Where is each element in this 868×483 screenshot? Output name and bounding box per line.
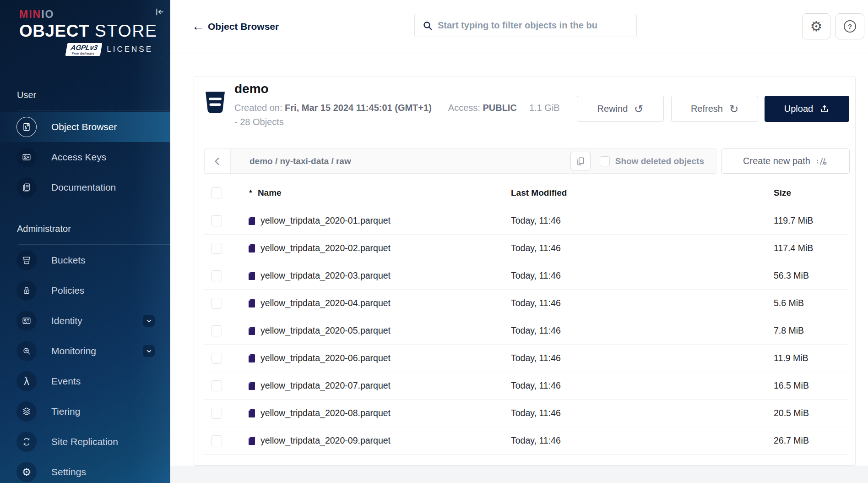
created-label: Created on: — [234, 103, 282, 113]
sidebar-item-site-replication[interactable]: Site Replication — [0, 427, 170, 457]
agpl-badge-text: AGPLv3 — [70, 44, 98, 51]
sidebar-item-access-keys[interactable]: Access Keys — [0, 142, 170, 172]
object-filter-search — [414, 14, 637, 37]
create-new-path-button[interactable]: Create new path — [722, 148, 850, 174]
object-name[interactable]: yellow_tripdata_2020-04.parquet — [260, 298, 511, 308]
column-last-modified[interactable]: Last Modified — [511, 188, 774, 198]
object-modified: Today, 11:46 — [511, 270, 774, 281]
object-name[interactable]: yellow_tripdata_2020-06.parquet — [260, 353, 511, 363]
object-name[interactable]: yellow_tripdata_2020-07.parquet — [260, 380, 511, 391]
object-size: 11.9 MiB — [774, 353, 848, 363]
section-label-user: User — [17, 90, 36, 100]
row-checkbox[interactable] — [211, 435, 222, 446]
collapse-sidebar-icon[interactable] — [155, 6, 165, 17]
chevron-left-icon — [212, 156, 222, 166]
table-row[interactable]: yellow_tripdata_2020-05.parquet Today, 1… — [204, 317, 848, 344]
object-size: 20.5 MiB — [774, 408, 848, 418]
access-label: Access: — [448, 103, 480, 113]
row-checkbox[interactable] — [211, 325, 222, 336]
table-row[interactable]: yellow_tripdata_2020-06.parquet Today, 1… — [204, 344, 848, 372]
row-checkbox[interactable] — [211, 298, 222, 309]
search-input[interactable] — [438, 20, 631, 31]
object-size: 56.3 MiB — [774, 270, 848, 281]
object-browser-icon — [16, 117, 37, 137]
row-checkbox[interactable] — [211, 380, 222, 391]
new-path-icon — [816, 157, 828, 166]
breadcrumb-back-button[interactable] — [205, 149, 231, 173]
create-path-label: Create new path — [743, 156, 810, 166]
object-name[interactable]: yellow_tripdata_2020-09.parquet — [260, 435, 511, 446]
file-icon — [248, 326, 256, 335]
show-deleted-label[interactable]: Show deleted objects — [615, 156, 704, 166]
sidebar-item-tiering[interactable]: Tiering — [0, 396, 170, 427]
sidebar-item-label: Tiering — [51, 406, 80, 417]
bucket-icon — [204, 91, 226, 114]
rewind-label: Rewind — [597, 104, 628, 114]
refresh-button[interactable]: Refresh ↻ — [671, 96, 758, 122]
object-name[interactable]: yellow_tripdata_2020-03.parquet — [260, 270, 511, 281]
object-size: 119.7 MiB — [774, 215, 848, 226]
breadcrumb[interactable]: demo / ny-taxi-data / raw — [250, 156, 351, 166]
object-name[interactable]: yellow_tripdata_2020-08.parquet — [260, 408, 511, 418]
column-size[interactable]: Size — [774, 188, 848, 198]
chevron-down-icon[interactable] — [143, 315, 155, 327]
object-modified: Today, 11:46 — [511, 408, 774, 418]
rewind-button[interactable]: Rewind ↺ — [577, 96, 664, 122]
bucket-browser-card: demo Created on: Fri, Mar 15 2024 11:45:… — [194, 77, 856, 466]
table-header-row: ▲ Name Last Modified Size — [204, 179, 848, 207]
object-name[interactable]: yellow_tripdata_2020-02.parquet — [260, 243, 511, 253]
product-name: OBJECTSTORE — [19, 22, 153, 41]
table-row[interactable]: yellow_tripdata_2020-09.parquet Today, 1… — [204, 427, 848, 454]
sidebar-item-events[interactable]: λ Events — [0, 366, 170, 396]
sidebar-item-settings[interactable]: ⚙ Settings — [0, 457, 170, 483]
row-checkbox[interactable] — [211, 408, 222, 419]
row-checkbox[interactable] — [211, 243, 222, 254]
copy-icon — [575, 156, 586, 166]
sidebar-item-label: Identity — [51, 315, 82, 326]
sort-ascending-icon[interactable]: ▲ — [248, 188, 253, 193]
file-icon — [248, 381, 256, 390]
page-background-strip — [170, 466, 868, 483]
settings-gear-button[interactable]: ⚙ — [802, 13, 830, 39]
sidebar: MINIO OBJECTSTORE AGPLv3 Free Software L… — [0, 0, 170, 483]
copy-path-button[interactable] — [570, 152, 591, 170]
access-value: PUBLIC — [483, 103, 516, 113]
row-checkbox[interactable] — [211, 353, 222, 364]
row-checkbox[interactable] — [211, 270, 222, 281]
sidebar-item-documentation[interactable]: Documentation — [0, 172, 170, 203]
upload-label: Upload — [784, 104, 813, 114]
sidebar-item-monitoring[interactable]: Monitoring — [0, 336, 170, 366]
upload-button[interactable]: Upload — [765, 96, 849, 122]
agpl-badge-subtext: Free Software — [70, 52, 97, 55]
table-row[interactable]: yellow_tripdata_2020-07.parquet Today, 1… — [204, 372, 848, 399]
sidebar-item-label: Events — [51, 376, 81, 387]
help-button[interactable]: ? — [835, 13, 864, 39]
file-icon — [248, 271, 256, 280]
column-name-label[interactable]: Name — [258, 188, 282, 198]
top-header: ← Object Browser ⚙ ? — [170, 0, 868, 54]
minio-logo: MINIO OBJECTSTORE AGPLv3 Free Software L… — [19, 8, 153, 56]
license-label: LICENSE — [107, 45, 153, 54]
sidebar-item-buckets[interactable]: Buckets — [0, 245, 170, 275]
select-all-checkbox[interactable] — [211, 187, 222, 198]
sidebar-item-label: Site Replication — [51, 436, 118, 447]
column-name[interactable]: ▲ Name — [248, 188, 511, 198]
sidebar-item-policies[interactable]: Policies — [0, 275, 170, 306]
monitoring-icon — [16, 341, 37, 361]
chevron-down-icon[interactable] — [143, 345, 155, 357]
object-name[interactable]: yellow_tripdata_2020-01.parquet — [260, 215, 511, 226]
sidebar-item-label: Monitoring — [51, 346, 96, 357]
show-deleted-checkbox[interactable] — [600, 156, 610, 166]
file-icon — [248, 299, 256, 308]
row-checkbox[interactable] — [211, 215, 222, 226]
table-row[interactable]: yellow_tripdata_2020-08.parquet Today, 1… — [204, 399, 848, 427]
table-row[interactable]: yellow_tripdata_2020-02.parquet Today, 1… — [204, 234, 848, 262]
back-arrow-icon[interactable]: ← — [192, 20, 204, 33]
object-name[interactable]: yellow_tripdata_2020-05.parquet — [260, 325, 511, 336]
sidebar-item-object-browser[interactable]: Object Browser — [0, 112, 170, 142]
table-row[interactable]: yellow_tripdata_2020-01.parquet Today, 1… — [204, 207, 848, 234]
table-row[interactable]: yellow_tripdata_2020-03.parquet Today, 1… — [204, 262, 848, 289]
sidebar-item-identity[interactable]: Identity — [0, 306, 170, 336]
table-row[interactable]: yellow_tripdata_2020-04.parquet Today, 1… — [204, 289, 848, 317]
rewind-icon: ↺ — [634, 104, 643, 115]
